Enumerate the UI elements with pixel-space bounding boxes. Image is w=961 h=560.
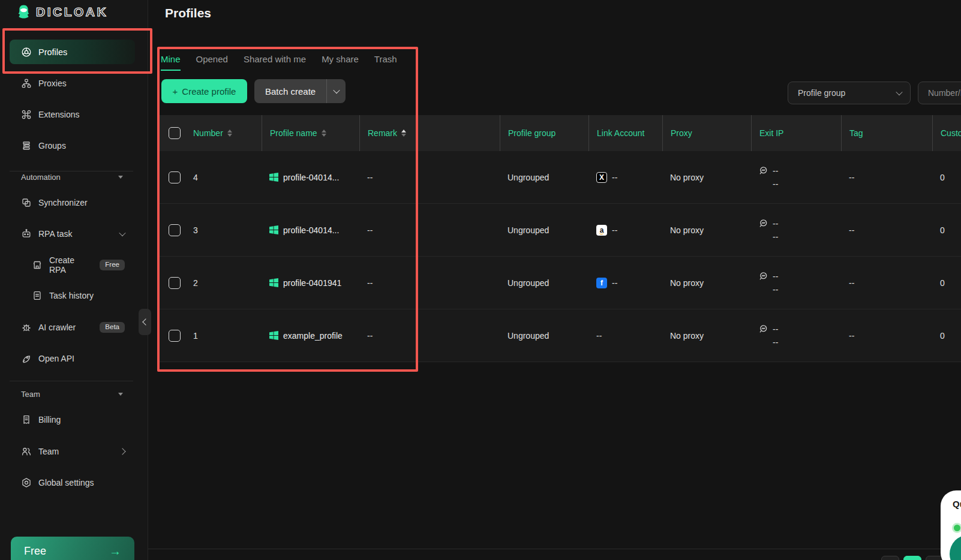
column-header-profile-name[interactable]: Profile name <box>262 115 359 151</box>
sidebar-item-synchronizer[interactable]: Synchronizer <box>0 192 148 213</box>
sidebar-item-proxies[interactable]: Proxies <box>0 73 148 94</box>
create-profile-label: Create profile <box>182 86 236 97</box>
cell-profile-name[interactable]: example_profile <box>269 331 343 341</box>
tab-mine[interactable]: Mine <box>161 54 181 71</box>
cell-profile-name[interactable]: profile-0401941 <box>269 278 341 288</box>
cell-custom: 0 <box>932 151 961 203</box>
upgrade-free-button[interactable]: Free → <box>11 537 134 560</box>
tab-opened[interactable]: Opened <box>196 54 228 71</box>
sort-icon[interactable] <box>322 130 326 137</box>
facebook-platform-icon: f <box>596 278 607 288</box>
cell-exit-ip: -- -- <box>759 272 778 294</box>
sort-icon[interactable] <box>401 130 406 137</box>
batch-create-split-button: Batch create <box>254 79 346 103</box>
column-header-number[interactable]: Number <box>185 115 262 151</box>
sidebar-item-ai-crawler[interactable]: AI crawler Beta <box>0 317 148 338</box>
create-profile-button[interactable]: + Create profile <box>161 79 247 103</box>
pagination-page-button[interactable] <box>903 556 921 560</box>
sidebar-item-billing[interactable]: Billing <box>0 409 148 430</box>
cell-proxy: No proxy <box>662 204 751 256</box>
page-title: Profiles <box>165 6 211 20</box>
sidebar-item-label: Global settings <box>38 478 94 487</box>
chat-fab-button[interactable] <box>950 535 961 560</box>
sidebar-item-profiles[interactable]: Profiles <box>10 40 135 64</box>
table-header: Number Profile name Remark Profile group… <box>158 115 961 151</box>
ip-lookup-icon[interactable] <box>759 324 769 335</box>
caret-down-icon <box>118 176 123 179</box>
cell-link-account: X -- <box>596 172 617 183</box>
sidebar-item-open-api[interactable]: Open API <box>0 348 148 369</box>
section-label: Automation <box>21 173 61 182</box>
tab-shared-with-me[interactable]: Shared with me <box>244 54 306 71</box>
store-icon <box>32 260 43 270</box>
column-header-tag: Tag <box>841 115 932 151</box>
row-checkbox[interactable] <box>169 277 181 289</box>
number-name-search-input[interactable] <box>918 82 961 104</box>
cell-proxy: No proxy <box>662 309 751 362</box>
table-row: 4 profile-04014... -- Ungrouped X -- No … <box>158 151 961 204</box>
sidebar-item-label: Task history <box>49 291 94 300</box>
browser-profile-icon <box>21 47 32 58</box>
row-checkbox[interactable] <box>169 224 181 236</box>
cell-number: 2 <box>185 257 262 309</box>
sort-icon[interactable] <box>227 130 232 137</box>
proxy-network-icon <box>21 78 32 89</box>
sidebar-item-extensions[interactable]: Extensions <box>0 104 148 125</box>
sidebar-item-label: Extensions <box>38 110 79 119</box>
sidebar-item-team[interactable]: Team <box>0 441 148 462</box>
cell-number: 3 <box>185 204 262 256</box>
cell-tag: -- <box>841 151 932 203</box>
column-header-proxy: Proxy <box>662 115 751 151</box>
support-chat-widget[interactable]: Qu <box>941 490 961 560</box>
cell-profile-name[interactable]: profile-04014... <box>269 173 339 182</box>
dicloak-mascot-icon <box>17 5 31 19</box>
chevron-left-icon <box>142 318 149 325</box>
cell-exit-ip: -- -- <box>759 324 778 347</box>
cell-remark: -- <box>359 257 500 309</box>
profile-group-select[interactable]: Profile group <box>788 82 911 104</box>
sidebar-item-label: AI crawler <box>38 323 76 332</box>
sidebar-item-label: Team <box>38 447 59 456</box>
tab-trash[interactable]: Trash <box>374 54 397 71</box>
sidebar-item-global-settings[interactable]: Global settings <box>0 472 148 493</box>
sidebar-item-label: Profiles <box>38 47 67 57</box>
batch-create-button[interactable]: Batch create <box>254 79 326 103</box>
cell-tag: -- <box>841 204 932 256</box>
command-icon <box>21 109 32 120</box>
synchronizer-icon <box>21 197 32 208</box>
batch-create-dropdown-button[interactable] <box>326 79 346 103</box>
row-checkbox[interactable] <box>169 330 181 342</box>
cell-proxy: No proxy <box>662 151 751 203</box>
sidebar-item-create-rpa[interactable]: Create RPA Free <box>0 254 148 276</box>
column-header-link-account: Link Account <box>588 115 662 151</box>
x-platform-icon: X <box>596 172 607 183</box>
cell-link-account: -- <box>588 309 662 362</box>
sidebar-collapse-handle[interactable] <box>139 309 151 335</box>
sidebar-item-label: Proxies <box>38 79 67 88</box>
chevron-down-icon <box>333 87 340 94</box>
sidebar-item-groups[interactable]: Groups <box>0 135 148 156</box>
cell-profile-name[interactable]: profile-04014... <box>269 225 339 235</box>
bug-icon <box>21 322 32 333</box>
sidebar-divider <box>10 381 133 381</box>
ip-lookup-icon[interactable] <box>759 166 769 176</box>
ip-lookup-icon[interactable] <box>759 272 769 282</box>
plus-icon: + <box>173 86 178 97</box>
windows-icon <box>269 278 278 287</box>
sidebar-item-task-history[interactable]: Task history <box>0 285 148 306</box>
tab-my-share[interactable]: My share <box>322 54 359 71</box>
pagination-prev-button[interactable] <box>881 556 899 560</box>
rocket-icon <box>21 353 32 364</box>
sidebar-item-rpa-task[interactable]: RPA task <box>0 223 148 245</box>
app-logo: DICLOAK <box>17 5 108 19</box>
cell-profile-group: Ungrouped <box>500 151 588 203</box>
cell-custom: 0 <box>932 257 961 309</box>
row-checkbox[interactable] <box>169 171 181 183</box>
ip-lookup-icon[interactable] <box>759 219 769 229</box>
sidebar-item-label: Billing <box>38 415 61 424</box>
table-row: 1 example_profile -- Ungrouped -- No pro… <box>158 309 961 362</box>
sidebar-section-automation[interactable]: Automation <box>0 170 148 184</box>
column-header-remark[interactable]: Remark <box>359 115 500 151</box>
sidebar-section-team[interactable]: Team <box>0 387 148 401</box>
select-all-checkbox[interactable] <box>169 127 181 139</box>
